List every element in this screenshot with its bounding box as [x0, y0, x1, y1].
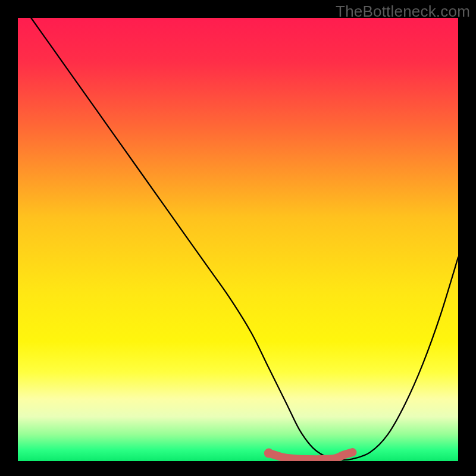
gradient-background — [18, 18, 458, 461]
watermark-text: TheBottleneck.com — [336, 2, 470, 21]
optimal-range-dot — [264, 449, 274, 458]
chart-frame: TheBottleneck.com — [0, 0, 476, 476]
bottleneck-chart — [18, 18, 458, 461]
plot-area — [18, 18, 458, 461]
